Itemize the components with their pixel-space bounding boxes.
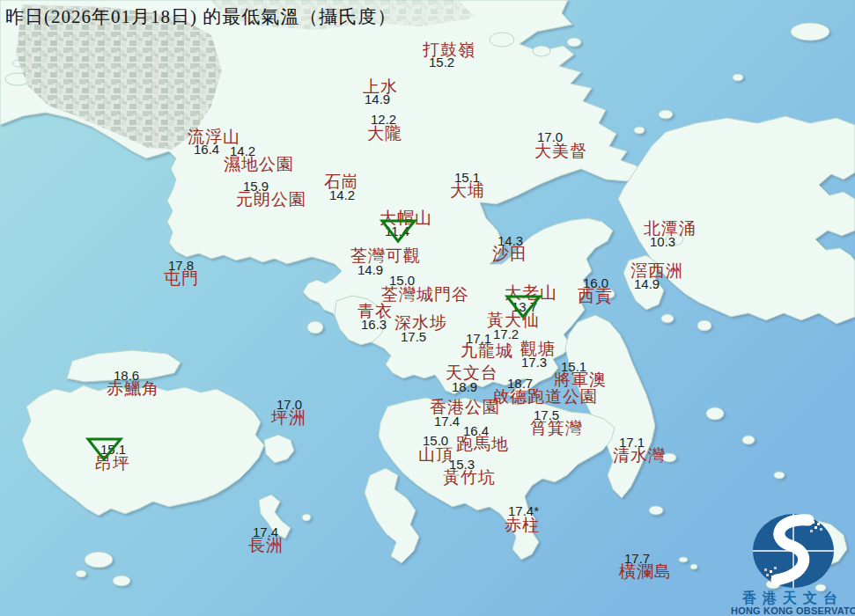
station-value: 15.1 (100, 443, 126, 456)
station-labels-layer: 打鼓嶺15.2上水14.9大隴12.2大美督17.0流浮山16.4濕地公園14.… (0, 0, 855, 616)
station-name: 荃灣城門谷 (381, 286, 469, 303)
station-name: 大隴 (367, 125, 402, 142)
station-value: 10.3 (650, 235, 675, 248)
station-name: 山頂 (418, 446, 453, 463)
station-value: 17.3 (521, 356, 547, 369)
station-value: 11.4 (385, 224, 409, 238)
station-name: 大美督 (534, 143, 587, 159)
station-name: 赤柱 (505, 517, 540, 533)
station-value: 17.1 (466, 332, 491, 345)
station-value: 17.5 (534, 408, 559, 422)
station-value: 17.5 (401, 330, 426, 343)
station-value: 17.2 (493, 327, 519, 341)
station-value: 14.9 (357, 263, 383, 276)
temperature-map: 打鼓嶺15.2上水14.9大隴12.2大美督17.0流浮山16.4濕地公園14.… (0, 0, 855, 616)
station-value: 15.0 (389, 274, 415, 287)
station-name: 昂坪 (95, 455, 130, 472)
station-value: 15.3 (449, 458, 475, 471)
station-value: 16.0 (583, 276, 608, 290)
station-value: 14.9 (634, 277, 660, 290)
hko-logo-name-chinese: 香港天文台 (731, 591, 855, 605)
station-value: 14.2 (230, 144, 255, 158)
station-value: 18.7 (507, 377, 533, 390)
station-value: 16.4 (463, 424, 489, 437)
station-value: 14.9 (365, 92, 390, 106)
hko-logo-name-english: HONG KONG OBSERVATORY (731, 605, 855, 616)
station-value: 17.8 (168, 259, 194, 272)
station-value: 15.1 (561, 360, 586, 373)
station-value: 14.3 (498, 234, 523, 247)
station-value: 16.3 (361, 318, 387, 331)
hko-logo-icon (745, 512, 842, 590)
station-value: 17.0 (537, 130, 563, 143)
station-value: 14.2 (329, 188, 355, 202)
station-value: 15.1 (454, 171, 480, 184)
station-value: 17.1 (619, 436, 645, 449)
station-value: 12.2 (371, 113, 396, 126)
station-value: 15.9 (243, 180, 269, 193)
station-value: 17.4 (434, 414, 460, 428)
station-value: 18.9 (452, 380, 477, 393)
station-value: 15.2 (429, 55, 454, 69)
station-value: 15.0 (423, 434, 448, 447)
hko-min-temperature-map: { "title": "昨日(2026年01月18日) 的最低氣溫（攝氏度）",… (0, 0, 855, 616)
page-title: 昨日(2026年01月18日) 的最低氣溫（攝氏度） (5, 4, 396, 29)
station-value: 16.4 (194, 143, 219, 156)
station-value: 17.4 (253, 525, 278, 539)
station-value: 17.0 (276, 398, 302, 411)
station-value: 17.7 (624, 552, 650, 565)
station-value: 17.4* (508, 504, 539, 517)
station-value: 18.6 (114, 369, 139, 382)
hko-logo: 香港天文台 HONG KONG OBSERVATORY (731, 512, 855, 616)
